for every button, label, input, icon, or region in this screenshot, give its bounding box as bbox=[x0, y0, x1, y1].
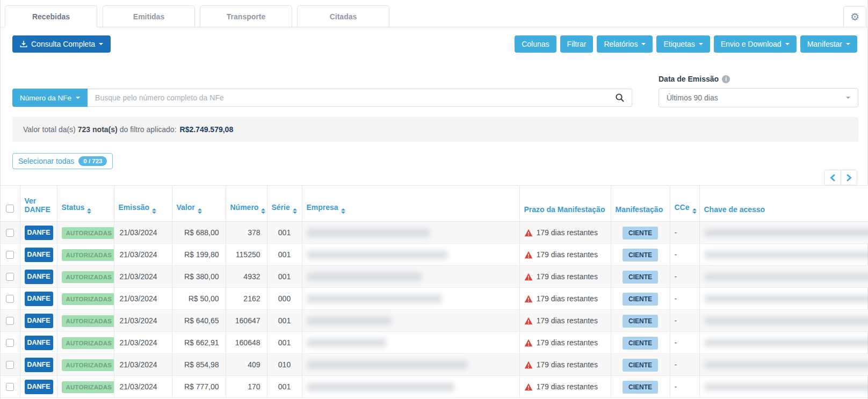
prazo-text: 179 dias restantes bbox=[537, 382, 598, 391]
header-numero[interactable]: Número bbox=[226, 186, 267, 222]
tab-recebidas[interactable]: Recebidas bbox=[5, 5, 97, 27]
header-status[interactable]: Status bbox=[57, 186, 114, 222]
search-type-dropdown[interactable]: Número da NFe bbox=[12, 89, 88, 107]
warning-icon bbox=[524, 339, 533, 347]
table-row: DANFE AUTORIZADAS 21/03/2024 R$ 662,91 1… bbox=[1, 332, 868, 354]
warning-icon bbox=[524, 317, 533, 325]
header-emissao[interactable]: Emissão bbox=[114, 186, 172, 222]
empresa-cell bbox=[302, 266, 519, 288]
empresa-cell bbox=[302, 354, 519, 376]
next-page-button[interactable] bbox=[841, 170, 857, 185]
header-prazo-manifestacao: Prazo da Manifestação bbox=[519, 186, 611, 222]
danfe-button[interactable]: DANFE bbox=[25, 380, 53, 394]
chevron-left-icon bbox=[829, 174, 836, 182]
colunas-button[interactable]: Colunas bbox=[515, 35, 556, 53]
search-icon[interactable] bbox=[615, 93, 625, 105]
warning-icon bbox=[524, 251, 533, 259]
header-empresa[interactable]: Empresa bbox=[302, 186, 519, 222]
row-checkbox[interactable] bbox=[6, 383, 14, 391]
empresa-blurred-text bbox=[307, 338, 386, 347]
sort-icon bbox=[87, 208, 91, 214]
row-checkbox[interactable] bbox=[6, 295, 14, 303]
empresa-blurred-text bbox=[307, 316, 392, 325]
nfe-inbox-page: Recebidas Emitidas Transporte Citadas ⚙ … bbox=[0, 0, 868, 399]
tab-citadas[interactable]: Citadas bbox=[297, 5, 389, 27]
header-serie[interactable]: Série bbox=[267, 186, 302, 222]
filtrar-button[interactable]: Filtrar bbox=[560, 35, 594, 53]
emissao-cell: 21/03/2024 bbox=[114, 266, 172, 288]
status-badge: AUTORIZADAS bbox=[62, 249, 114, 261]
warning-icon bbox=[524, 383, 533, 391]
nfe-table: Ver DANFE Status Emissão Valor Número Sé… bbox=[1, 185, 868, 398]
total-summary-bar: Valor total da(s) 723 nota(s) do filtro … bbox=[12, 117, 858, 142]
danfe-button[interactable]: DANFE bbox=[25, 226, 53, 240]
chave-blurred-text bbox=[704, 339, 868, 347]
numero-cell: 115250 bbox=[226, 244, 267, 266]
row-checkbox[interactable] bbox=[6, 361, 14, 369]
row-checkbox[interactable] bbox=[6, 339, 14, 347]
row-checkbox[interactable] bbox=[6, 251, 14, 259]
caret-down-icon bbox=[846, 43, 850, 45]
relatorios-button[interactable]: Relatórios bbox=[597, 35, 653, 53]
manifestar-button[interactable]: Manifestar bbox=[800, 35, 857, 53]
empresa-cell bbox=[302, 244, 519, 266]
consulta-completa-button[interactable]: Consulta Completa bbox=[12, 35, 111, 53]
tab-transporte[interactable]: Transporte bbox=[200, 5, 292, 27]
status-badge: AUTORIZADAS bbox=[62, 337, 114, 349]
danfe-button[interactable]: DANFE bbox=[25, 270, 53, 284]
chave-blurred-text bbox=[704, 295, 868, 303]
prazo-text: 179 dias restantes bbox=[537, 294, 598, 303]
danfe-button[interactable]: DANFE bbox=[25, 336, 53, 350]
chave-blurred-text bbox=[704, 317, 868, 325]
select-all-button[interactable]: Selecionar todas 0 / 723 bbox=[12, 153, 113, 169]
chave-blurred-text bbox=[704, 361, 868, 369]
prazo-text: 179 dias restantes bbox=[537, 228, 598, 237]
cce-cell: - bbox=[670, 266, 699, 288]
manifestacao-badge: CIENTE bbox=[623, 337, 658, 350]
valor-cell: R$ 640,65 bbox=[172, 310, 226, 332]
table-row: DANFE AUTORIZADAS 21/03/2024 R$ 854,98 4… bbox=[1, 354, 868, 376]
chave-cell bbox=[699, 310, 868, 332]
danfe-button[interactable]: DANFE bbox=[25, 358, 53, 372]
empresa-cell bbox=[302, 310, 519, 332]
settings-tab[interactable]: ⚙ bbox=[843, 6, 866, 27]
warning-icon bbox=[524, 273, 533, 281]
header-valor[interactable]: Valor bbox=[172, 186, 226, 222]
chave-cell bbox=[699, 376, 868, 398]
caret-down-icon bbox=[99, 43, 103, 45]
search-input[interactable] bbox=[88, 89, 632, 107]
warning-icon bbox=[524, 361, 533, 369]
table-row: DANFE AUTORIZADAS 21/03/2024 R$ 50,00 21… bbox=[1, 288, 868, 310]
cce-cell: - bbox=[670, 376, 699, 398]
danfe-button[interactable]: DANFE bbox=[25, 314, 53, 328]
toolbar-actions: Colunas Filtrar Relatórios Etiquetas Env… bbox=[515, 35, 857, 53]
numero-cell: 170 bbox=[226, 376, 267, 398]
row-checkbox[interactable] bbox=[6, 317, 14, 325]
info-icon[interactable]: i bbox=[722, 75, 730, 83]
cce-cell: - bbox=[670, 310, 699, 332]
select-all-checkbox[interactable] bbox=[6, 205, 14, 213]
etiquetas-button[interactable]: Etiquetas bbox=[656, 35, 710, 53]
empresa-blurred-text bbox=[307, 228, 430, 237]
danfe-button[interactable]: DANFE bbox=[25, 248, 53, 262]
empresa-blurred-text bbox=[307, 250, 447, 259]
sort-icon bbox=[198, 208, 202, 214]
envio-download-button[interactable]: Envio e Download bbox=[714, 35, 797, 53]
caret-down-icon bbox=[846, 97, 850, 99]
danfe-button[interactable]: DANFE bbox=[25, 292, 53, 306]
header-cce[interactable]: CCe bbox=[670, 186, 699, 222]
row-checkbox[interactable] bbox=[6, 229, 14, 237]
caret-down-icon bbox=[699, 43, 703, 45]
sort-icon bbox=[152, 208, 156, 214]
manifestacao-badge: CIENTE bbox=[623, 271, 658, 284]
sort-icon bbox=[261, 208, 265, 214]
chave-cell bbox=[699, 244, 868, 266]
valor-cell: R$ 199,80 bbox=[172, 244, 226, 266]
emissao-cell: 21/03/2024 bbox=[114, 376, 172, 398]
tab-emitidas[interactable]: Emitidas bbox=[103, 5, 195, 27]
date-range-select[interactable]: Últimos 90 dias bbox=[659, 88, 858, 107]
row-checkbox[interactable] bbox=[6, 273, 14, 281]
prazo-cell: 179 dias restantes bbox=[519, 266, 611, 288]
previous-page-button[interactable] bbox=[824, 170, 841, 185]
chave-cell bbox=[699, 222, 868, 244]
